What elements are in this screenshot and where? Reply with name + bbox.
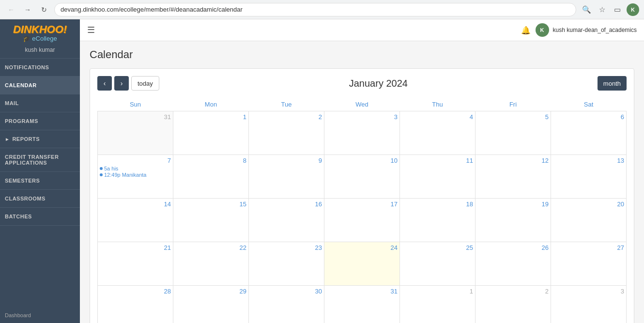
day-number: 16: [251, 200, 322, 208]
sidebar-menu: NOTIFICATIONS CALENDAR MAIL PROGRAMS ► R…: [0, 59, 80, 308]
event-label: 5a his: [104, 166, 118, 171]
calendar-day-cell[interactable]: 9: [249, 155, 324, 199]
browser-forward-btn[interactable]: →: [21, 3, 34, 16]
address-bar[interactable]: devang.dinkhoo.com/ecollege/member/#/dea…: [54, 3, 576, 16]
calendar-day-cell[interactable]: 3: [324, 111, 400, 155]
calendar-nav: ‹ › today: [97, 76, 159, 91]
star-icon[interactable]: ☆: [596, 3, 608, 16]
calendar-day-cell[interactable]: 17: [324, 199, 400, 242]
browser-back-btn[interactable]: ←: [5, 3, 17, 16]
sidebar-item-classrooms[interactable]: CLASSROOMS: [0, 190, 80, 208]
sidebar-item-reports[interactable]: ► REPORTS: [0, 130, 80, 148]
user-info[interactable]: K kush kumar-dean_of_academics: [536, 23, 637, 37]
logo-ecollege: 🎓 eCollege: [5, 35, 75, 42]
calendar-month-view-btn[interactable]: month: [598, 76, 627, 91]
app-container: DINKHOO! 🎓 eCollege kush kumar NOTIFICAT…: [0, 19, 644, 323]
browser-user-avatar[interactable]: K: [627, 3, 639, 16]
calendar-body: 3112345675a his12:49p Manikanta891011121…: [98, 111, 627, 323]
calendar-day-cell[interactable]: 21: [98, 242, 173, 286]
calendar-day-cell[interactable]: 19: [475, 199, 551, 242]
calendar-day-cell[interactable]: 10: [324, 155, 400, 199]
notification-bell-icon[interactable]: 🔔: [521, 26, 531, 35]
calendar-day-cell[interactable]: 27: [551, 242, 627, 286]
sidebar-item-calendar[interactable]: CALENDAR: [0, 77, 80, 94]
day-number: 24: [326, 244, 398, 251]
day-number: 23: [251, 244, 322, 251]
calendar-day-cell[interactable]: 16: [249, 199, 324, 242]
calendar-day-header-sun: Sun: [98, 98, 173, 111]
calendar-day-header-sat: Sat: [551, 98, 627, 111]
calendar-month-title: January 2024: [349, 78, 408, 89]
browser-actions: 🔍 ☆ ▭ K: [580, 3, 639, 16]
calendar-day-cell[interactable]: 11: [400, 155, 475, 199]
search-icon[interactable]: 🔍: [580, 3, 593, 16]
day-number: 30: [251, 288, 322, 295]
day-number: 31: [100, 113, 171, 121]
calendar-event[interactable]: 12:49p Manikanta: [100, 172, 171, 178]
calendar-day-cell[interactable]: 29: [173, 286, 249, 323]
day-number: 11: [402, 157, 473, 164]
calendar-day-cell[interactable]: 3: [551, 286, 627, 323]
day-number: 13: [553, 157, 624, 164]
day-number: 1: [402, 288, 473, 295]
sidebar-item-batches[interactable]: BATCHES: [0, 208, 80, 226]
calendar-day-cell[interactable]: 22: [173, 242, 249, 286]
calendar-week-row: 21222324252627: [98, 242, 627, 286]
tab-icon[interactable]: ▭: [611, 3, 624, 16]
day-number: 18: [402, 200, 473, 208]
user-name-label: kush kumar-dean_of_academics: [553, 27, 637, 33]
calendar-day-cell[interactable]: 26: [475, 242, 551, 286]
browser-refresh-btn[interactable]: ↻: [38, 3, 50, 16]
calendar-prev-btn[interactable]: ‹: [97, 76, 112, 91]
calendar-day-cell[interactable]: 13: [551, 155, 627, 199]
event-label: 12:49p Manikanta: [104, 172, 146, 178]
sidebar-item-dashboard[interactable]: Dashboard: [0, 308, 80, 323]
calendar-day-cell[interactable]: 12: [475, 155, 551, 199]
event-dot-icon: [100, 173, 103, 176]
calendar-day-cell[interactable]: 20: [551, 199, 627, 242]
calendar-day-header-fri: Fri: [475, 98, 551, 111]
calendar-day-cell[interactable]: 25: [400, 242, 475, 286]
calendar-day-cell[interactable]: 30: [249, 286, 324, 323]
calendar-day-cell[interactable]: 15: [173, 199, 249, 242]
calendar-day-cell[interactable]: 1: [400, 286, 475, 323]
sidebar-item-semesters[interactable]: SEMESTERS: [0, 172, 80, 190]
sidebar-item-mail[interactable]: MAIL: [0, 94, 80, 112]
sidebar-item-notifications[interactable]: NOTIFICATIONS: [0, 59, 80, 77]
calendar-day-cell[interactable]: 28: [98, 286, 173, 323]
day-number: 14: [100, 200, 171, 208]
calendar-day-cell[interactable]: 2: [475, 286, 551, 323]
calendar-event[interactable]: 5a his: [100, 166, 171, 171]
event-dot-icon: [100, 167, 103, 170]
day-number: 27: [553, 244, 624, 251]
calendar-day-cell[interactable]: 31: [98, 111, 173, 155]
calendar-day-cell[interactable]: 31: [324, 286, 400, 323]
day-number: 28: [100, 288, 171, 295]
calendar-today-btn[interactable]: today: [131, 76, 159, 91]
calendar-day-header-wed: Wed: [324, 98, 400, 111]
day-number: 10: [326, 157, 398, 164]
user-avatar: K: [536, 23, 549, 37]
calendar-day-cell[interactable]: 23: [249, 242, 324, 286]
day-number: 3: [553, 288, 624, 295]
sidebar-item-credit-transfer[interactable]: CREDIT TRANSFER APPLICATIONS: [0, 148, 80, 172]
calendar-day-cell[interactable]: 75a his12:49p Manikanta: [98, 155, 173, 199]
calendar-day-cell[interactable]: 5: [475, 111, 551, 155]
hamburger-button[interactable]: ☰: [87, 25, 95, 35]
calendar-day-cell[interactable]: 14: [98, 199, 173, 242]
calendar-next-btn[interactable]: ›: [114, 76, 129, 91]
page-content: Calendar ‹ › today January 2024 month: [80, 41, 644, 323]
calendar-day-cell[interactable]: 4: [400, 111, 475, 155]
day-number: 15: [175, 200, 246, 208]
calendar-week-row: 75a his12:49p Manikanta8910111213: [98, 155, 627, 199]
day-number: 3: [326, 113, 398, 121]
sidebar-item-programs[interactable]: PROGRAMS: [0, 112, 80, 130]
calendar-day-cell[interactable]: 1: [173, 111, 249, 155]
calendar-day-cell[interactable]: 18: [400, 199, 475, 242]
calendar-day-cell[interactable]: 8: [173, 155, 249, 199]
day-number: 2: [251, 113, 322, 121]
calendar-day-cell[interactable]: 6: [551, 111, 627, 155]
browser-bar: ← → ↻ devang.dinkhoo.com/ecollege/member…: [0, 0, 644, 19]
calendar-day-cell[interactable]: 2: [249, 111, 324, 155]
calendar-day-cell[interactable]: 24: [324, 242, 400, 286]
